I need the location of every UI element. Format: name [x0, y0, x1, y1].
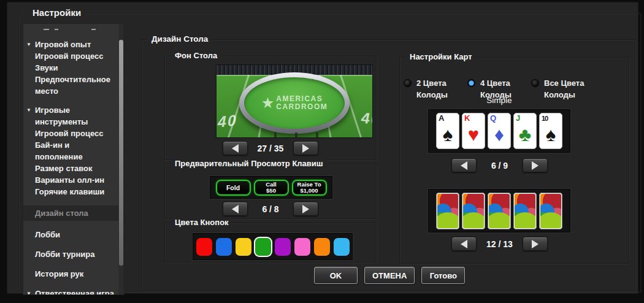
background-pagination: 27 / 35 — [223, 141, 318, 155]
card-back-counter: 12 / 13 — [486, 239, 513, 249]
deck-prev-button[interactable] — [451, 158, 477, 172]
settings-window: Настройки ▼Игровой опытИгроовй процессЗв… — [7, 2, 638, 293]
sidebar-item-label: Горячие клавиши — [35, 187, 104, 196]
sidebar-item[interactable]: Лобби — [23, 229, 118, 240]
sidebar-item-label: Лобби — [35, 230, 60, 239]
sidebar-item-label: Игроовй процесс — [35, 52, 103, 61]
sidebar-scrollbar-track[interactable] — [118, 24, 124, 294]
ok-button[interactable]: OK — [314, 267, 358, 284]
background-next-button[interactable] — [293, 141, 318, 155]
action-key-button[interactable]: Fold — [216, 180, 251, 196]
deck-next-button[interactable] — [523, 158, 548, 172]
prev-arrow-icon — [461, 161, 467, 170]
keys-preview-legend: Предварительный Просмотр Клавиш — [171, 159, 327, 168]
collapse-triangle-icon: ▼ — [26, 104, 31, 116]
sidebar-item[interactable]: Дизайн стола — [23, 205, 118, 221]
logo-line1: AMERICAS — [276, 94, 323, 103]
button-colors-legend: Цвета Кнопок — [171, 218, 232, 227]
color-swatch[interactable] — [255, 238, 271, 256]
sidebar-item-label: Бай-ин и пополнение — [35, 140, 83, 161]
card-back — [462, 193, 485, 229]
sidebar-item-label: Игроовй процесс — [35, 129, 103, 138]
sidebar-item[interactable]: Предпочтительное место — [23, 74, 118, 97]
sidebar-item-label: Размер ставок — [35, 164, 93, 173]
card-settings-group: Настройки Карт 2 Цвета Колоды 4 Цвета Ко… — [399, 57, 629, 264]
logo-line2: CARDROOM — [276, 102, 328, 111]
settings-nav-list: ▼Игровой опытИгроовй процессЗвукиПредпоч… — [23, 23, 125, 295]
next-arrow-icon — [532, 240, 539, 248]
action-key-label: Fold — [226, 185, 240, 191]
card-back-art — [515, 194, 535, 228]
radio-icon[interactable] — [531, 79, 539, 87]
keys-next-button[interactable] — [293, 202, 318, 216]
sidebar-item[interactable]: Игроовй процесс — [23, 128, 118, 139]
color-swatch[interactable] — [236, 238, 251, 256]
card-back-prev-button[interactable] — [451, 237, 477, 251]
color-swatch[interactable] — [216, 238, 232, 256]
collapse-triangle-icon: ▼ — [26, 39, 31, 50]
yard-number: 40 — [361, 109, 372, 128]
sidebar-item[interactable]: Игроовй процесс — [23, 50, 118, 62]
done-button[interactable]: Готово — [421, 267, 465, 284]
table-background-group: Фон Стола 40 40 — [164, 56, 377, 160]
sidebar-item-label: Ответственная игра — [35, 289, 114, 295]
diamond-suit-icon: ♦ — [488, 121, 510, 148]
spade-suit-icon: ♠ — [437, 121, 459, 148]
sidebar-item[interactable]: ▼Игровые инструменты — [23, 104, 118, 128]
cancel-button[interactable]: ОТМЕНА — [364, 267, 415, 284]
playing-card: A♠ — [436, 113, 459, 149]
playing-card: 10♠ — [539, 113, 562, 149]
sidebar-item[interactable]: История рук — [23, 268, 118, 280]
table-design-legend: Дизайн Стола — [148, 34, 212, 44]
table-design-group: Дизайн Стола Фон Стола 40 40 — [141, 39, 635, 291]
playing-card: J♣ — [513, 113, 537, 149]
action-key-button[interactable]: Call$50 — [254, 180, 289, 196]
sidebar-item-label: Игровой опыт — [35, 40, 91, 49]
action-key-label: Call — [266, 182, 276, 188]
settings-screen: Настройки ▼Игровой опытИгроовй процессЗв… — [0, 0, 644, 303]
radio-icon[interactable] — [467, 79, 475, 87]
sidebar-scrollbar-thumb[interactable] — [119, 40, 123, 266]
radio-icon[interactable] — [404, 79, 412, 87]
card-back-strip — [428, 189, 570, 232]
sidebar-item[interactable]: Бай-ин и пополнение — [23, 139, 118, 163]
deck-counter: 6 / 9 — [491, 161, 508, 171]
deck-pagination: 6 / 9 — [451, 158, 548, 172]
button-colors-strip — [193, 233, 353, 260]
sidebar-item[interactable]: Горячие клавиши — [23, 186, 118, 198]
keys-counter: 6 / 8 — [262, 204, 278, 214]
clipped-list-item — [35, 27, 118, 31]
sidebar-item[interactable]: Варианты олл-ин — [23, 174, 118, 186]
star-icon: ★ — [261, 96, 275, 110]
keys-prev-button[interactable] — [223, 202, 248, 216]
card-back — [436, 193, 459, 229]
playing-card: K♥ — [462, 113, 485, 149]
card-back-next-button[interactable] — [523, 237, 548, 251]
deck-style-name: Simple — [428, 96, 570, 105]
sidebar-item-label: Варианты олл-ин — [35, 175, 104, 185]
keys-preview-strip: FoldCall$50Raise To$1,000 — [210, 176, 332, 199]
action-key-button[interactable]: Raise To$1,000 — [292, 180, 327, 196]
sidebar-item-label: История рук — [35, 269, 83, 278]
table-background-legend: Фон Стола — [171, 51, 221, 60]
prev-arrow-icon — [232, 205, 239, 213]
card-back — [488, 193, 511, 229]
color-swatch[interactable] — [334, 238, 350, 256]
deck-preview-strip: A♠K♥Q♦J♣10♠ — [428, 109, 570, 153]
heart-suit-icon: ♥ — [462, 121, 485, 148]
sidebar-item[interactable]: ▼Ответственная игра — [23, 288, 118, 295]
poker-table-rim: ★ AMERICAS CARDROOM — [239, 72, 350, 134]
sidebar-item-label: Игровые инструменты — [35, 105, 88, 126]
sidebar-item[interactable]: ▼Игровой опыт — [23, 39, 118, 50]
background-prev-button[interactable] — [223, 141, 248, 155]
sidebar-item-label: Предпочтительное место — [35, 75, 110, 96]
sidebar-item[interactable]: Лобби турнира — [23, 248, 118, 260]
color-swatch[interactable] — [314, 238, 330, 256]
color-swatch[interactable] — [275, 238, 291, 256]
card-back-art — [463, 194, 484, 228]
color-swatch[interactable] — [294, 238, 310, 256]
sidebar-item[interactable]: Размер ставок — [23, 163, 118, 174]
color-swatch[interactable] — [196, 238, 212, 256]
keys-preview-group: Предварительный Просмотр Клавиш FoldCall… — [164, 164, 377, 219]
sidebar-item[interactable]: Звуки — [23, 62, 118, 74]
